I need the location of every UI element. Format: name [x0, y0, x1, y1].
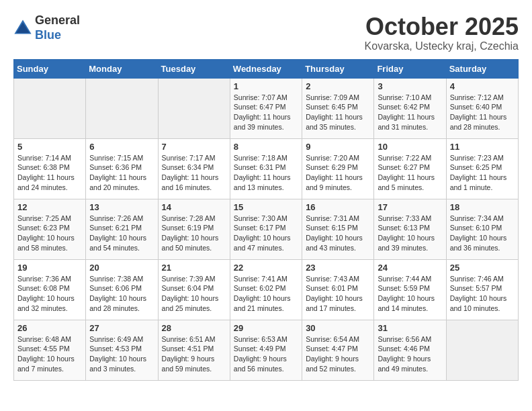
day-number: 7: [162, 142, 226, 152]
day-info: Sunrise: 7:46 AM Sunset: 5:57 PM Dayligh…: [450, 274, 515, 314]
day-info: Sunrise: 7:34 AM Sunset: 6:10 PM Dayligh…: [450, 214, 515, 253]
calendar-day-22: 22Sunrise: 7:41 AM Sunset: 6:02 PM Dayli…: [230, 259, 302, 320]
calendar-day-8: 8Sunrise: 7:18 AM Sunset: 6:31 PM Daylig…: [230, 138, 302, 199]
day-number: 13: [89, 202, 154, 212]
calendar-day-27: 27Sunrise: 6:49 AM Sunset: 4:53 PM Dayli…: [86, 320, 158, 380]
empty-calendar-cell: [14, 78, 86, 138]
weekday-header-monday: Monday: [86, 59, 158, 78]
day-number: 29: [234, 323, 298, 333]
day-info: Sunrise: 7:28 AM Sunset: 6:19 PM Dayligh…: [162, 214, 226, 253]
day-info: Sunrise: 6:56 AM Sunset: 4:46 PM Dayligh…: [378, 334, 442, 374]
day-info: Sunrise: 7:09 AM Sunset: 6:45 PM Dayligh…: [306, 93, 370, 132]
day-info: Sunrise: 7:07 AM Sunset: 6:47 PM Dayligh…: [234, 93, 298, 132]
day-info: Sunrise: 7:43 AM Sunset: 6:01 PM Dayligh…: [306, 274, 370, 314]
day-info: Sunrise: 7:25 AM Sunset: 6:23 PM Dayligh…: [17, 214, 82, 253]
title-block: October 2025 Kovarska, Ustecky kraj, Cze…: [365, 13, 519, 52]
calendar-day-31: 31Sunrise: 6:56 AM Sunset: 4:46 PM Dayli…: [374, 320, 446, 380]
calendar-day-26: 26Sunrise: 6:48 AM Sunset: 4:55 PM Dayli…: [14, 320, 86, 380]
day-info: Sunrise: 7:33 AM Sunset: 6:13 PM Dayligh…: [378, 214, 442, 253]
empty-calendar-cell: [158, 78, 230, 138]
calendar-day-11: 11Sunrise: 7:23 AM Sunset: 6:25 PM Dayli…: [446, 138, 518, 199]
day-info: Sunrise: 7:23 AM Sunset: 6:25 PM Dayligh…: [450, 153, 515, 193]
day-number: 14: [162, 202, 226, 212]
day-info: Sunrise: 7:14 AM Sunset: 6:38 PM Dayligh…: [17, 153, 82, 193]
day-number: 18: [450, 202, 515, 212]
logo-icon: [13, 19, 32, 38]
day-number: 15: [234, 202, 298, 212]
calendar-day-23: 23Sunrise: 7:43 AM Sunset: 6:01 PM Dayli…: [302, 259, 374, 320]
day-number: 24: [378, 263, 442, 273]
day-number: 1: [234, 81, 298, 91]
day-info: Sunrise: 6:49 AM Sunset: 4:53 PM Dayligh…: [89, 334, 154, 374]
empty-calendar-cell: [86, 78, 158, 138]
page-header: General Blue October 2025 Kovarska, Uste…: [13, 13, 519, 52]
day-number: 20: [89, 263, 154, 273]
calendar-table: SundayMondayTuesdayWednesdayThursdayFrid…: [13, 59, 519, 381]
day-number: 26: [17, 323, 82, 333]
calendar-day-19: 19Sunrise: 7:36 AM Sunset: 6:08 PM Dayli…: [14, 259, 86, 320]
day-info: Sunrise: 7:22 AM Sunset: 6:27 PM Dayligh…: [378, 153, 442, 193]
calendar-day-17: 17Sunrise: 7:33 AM Sunset: 6:13 PM Dayli…: [374, 199, 446, 259]
day-info: Sunrise: 7:38 AM Sunset: 6:06 PM Dayligh…: [89, 274, 154, 314]
calendar-day-4: 4Sunrise: 7:12 AM Sunset: 6:40 PM Daylig…: [446, 78, 518, 138]
calendar-day-2: 2Sunrise: 7:09 AM Sunset: 6:45 PM Daylig…: [302, 78, 374, 138]
day-number: 28: [162, 323, 226, 333]
day-info: Sunrise: 7:20 AM Sunset: 6:29 PM Dayligh…: [306, 153, 370, 193]
calendar-day-28: 28Sunrise: 6:51 AM Sunset: 4:51 PM Dayli…: [158, 320, 230, 380]
day-info: Sunrise: 7:39 AM Sunset: 6:04 PM Dayligh…: [162, 274, 226, 314]
calendar-day-10: 10Sunrise: 7:22 AM Sunset: 6:27 PM Dayli…: [374, 138, 446, 199]
calendar-day-1: 1Sunrise: 7:07 AM Sunset: 6:47 PM Daylig…: [230, 78, 302, 138]
logo-general-text: General: [35, 13, 80, 27]
calendar-week-row: 1Sunrise: 7:07 AM Sunset: 6:47 PM Daylig…: [14, 78, 519, 138]
calendar-day-13: 13Sunrise: 7:26 AM Sunset: 6:21 PM Dayli…: [86, 199, 158, 259]
day-number: 8: [234, 142, 298, 152]
month-title: October 2025: [365, 13, 519, 40]
day-info: Sunrise: 7:10 AM Sunset: 6:42 PM Dayligh…: [378, 93, 442, 132]
calendar-day-20: 20Sunrise: 7:38 AM Sunset: 6:06 PM Dayli…: [86, 259, 158, 320]
day-number: 25: [450, 263, 515, 273]
day-info: Sunrise: 7:36 AM Sunset: 6:08 PM Dayligh…: [17, 274, 82, 314]
day-info: Sunrise: 6:53 AM Sunset: 4:49 PM Dayligh…: [234, 334, 298, 374]
location: Kovarska, Ustecky kraj, Czechia: [365, 40, 519, 52]
day-info: Sunrise: 6:48 AM Sunset: 4:55 PM Dayligh…: [17, 334, 82, 374]
day-info: Sunrise: 7:30 AM Sunset: 6:17 PM Dayligh…: [234, 214, 298, 253]
day-number: 2: [306, 81, 370, 91]
day-info: Sunrise: 7:44 AM Sunset: 5:59 PM Dayligh…: [378, 274, 442, 314]
logo-blue-text: Blue: [35, 28, 61, 42]
weekday-header-wednesday: Wednesday: [230, 59, 302, 78]
day-number: 31: [378, 323, 442, 333]
day-number: 10: [378, 142, 442, 152]
day-number: 23: [306, 263, 370, 273]
day-info: Sunrise: 7:12 AM Sunset: 6:40 PM Dayligh…: [450, 93, 515, 132]
calendar-day-3: 3Sunrise: 7:10 AM Sunset: 6:42 PM Daylig…: [374, 78, 446, 138]
logo: General Blue: [13, 13, 80, 42]
calendar-day-24: 24Sunrise: 7:44 AM Sunset: 5:59 PM Dayli…: [374, 259, 446, 320]
day-number: 21: [162, 263, 226, 273]
calendar-day-12: 12Sunrise: 7:25 AM Sunset: 6:23 PM Dayli…: [14, 199, 86, 259]
day-number: 4: [450, 81, 515, 91]
day-info: Sunrise: 7:17 AM Sunset: 6:34 PM Dayligh…: [162, 153, 226, 193]
calendar-week-row: 12Sunrise: 7:25 AM Sunset: 6:23 PM Dayli…: [14, 199, 519, 259]
day-info: Sunrise: 7:31 AM Sunset: 6:15 PM Dayligh…: [306, 214, 370, 253]
calendar-day-29: 29Sunrise: 6:53 AM Sunset: 4:49 PM Dayli…: [230, 320, 302, 380]
day-number: 27: [89, 323, 154, 333]
weekday-header-friday: Friday: [374, 59, 446, 78]
day-number: 17: [378, 202, 442, 212]
calendar-week-row: 26Sunrise: 6:48 AM Sunset: 4:55 PM Dayli…: [14, 320, 519, 380]
calendar-week-row: 5Sunrise: 7:14 AM Sunset: 6:38 PM Daylig…: [14, 138, 519, 199]
calendar-day-21: 21Sunrise: 7:39 AM Sunset: 6:04 PM Dayli…: [158, 259, 230, 320]
day-info: Sunrise: 7:26 AM Sunset: 6:21 PM Dayligh…: [89, 214, 154, 253]
day-info: Sunrise: 6:54 AM Sunset: 4:47 PM Dayligh…: [306, 334, 370, 374]
day-number: 3: [378, 81, 442, 91]
day-number: 16: [306, 202, 370, 212]
weekday-header-tuesday: Tuesday: [158, 59, 230, 78]
day-number: 11: [450, 142, 515, 152]
calendar-day-7: 7Sunrise: 7:17 AM Sunset: 6:34 PM Daylig…: [158, 138, 230, 199]
calendar-day-15: 15Sunrise: 7:30 AM Sunset: 6:17 PM Dayli…: [230, 199, 302, 259]
weekday-header-thursday: Thursday: [302, 59, 374, 78]
day-number: 6: [89, 142, 154, 152]
calendar-day-25: 25Sunrise: 7:46 AM Sunset: 5:57 PM Dayli…: [446, 259, 518, 320]
weekday-header-saturday: Saturday: [446, 59, 518, 78]
day-number: 12: [17, 202, 82, 212]
weekday-header-sunday: Sunday: [14, 59, 86, 78]
